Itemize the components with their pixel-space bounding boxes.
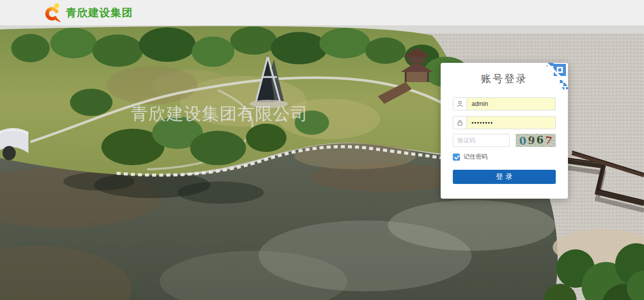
captcha-digit: 6 bbox=[536, 135, 544, 145]
user-icon bbox=[453, 98, 467, 110]
remember-row: 记住密码 bbox=[453, 153, 488, 161]
app-header: 青欣建设集团 bbox=[0, 0, 644, 25]
captcha-digit: 9 bbox=[527, 135, 535, 146]
login-title: 账号登录 bbox=[441, 72, 568, 86]
captcha-digit: 0 bbox=[519, 135, 527, 146]
remember-checkbox[interactable] bbox=[453, 154, 460, 161]
password-row bbox=[453, 116, 556, 129]
password-input[interactable] bbox=[467, 117, 555, 129]
username-row bbox=[453, 97, 556, 110]
remember-label[interactable]: 记住密码 bbox=[463, 153, 488, 161]
lock-icon bbox=[453, 117, 467, 129]
login-button[interactable]: 登录 bbox=[453, 170, 556, 184]
company-watermark: 青欣建设集团有限公司 bbox=[131, 102, 308, 126]
brand-logo-icon bbox=[45, 3, 62, 23]
captcha-input[interactable] bbox=[453, 134, 510, 147]
captcha-image[interactable]: 0 9 6 7 bbox=[516, 134, 556, 147]
captcha-row: 0 9 6 7 bbox=[453, 134, 556, 147]
username-input[interactable] bbox=[467, 98, 555, 110]
login-card: 账号登录 0 9 6 7 记住密码 登录 bbox=[441, 63, 568, 199]
captcha-digit: 7 bbox=[545, 135, 553, 146]
brand-name: 青欣建设集团 bbox=[66, 6, 133, 20]
